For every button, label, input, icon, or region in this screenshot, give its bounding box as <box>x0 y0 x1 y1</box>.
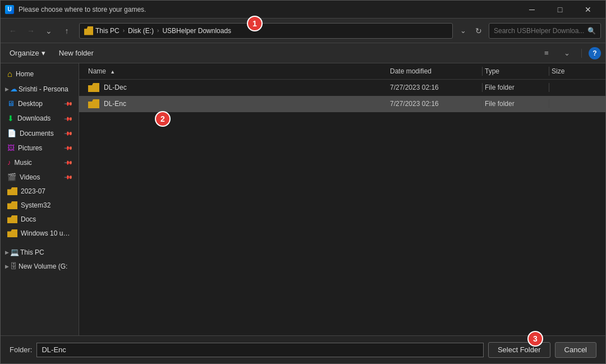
videos-icon: 🎬 <box>7 173 16 181</box>
sidebar-section-this-pc[interactable]: ▶ 💻 This PC <box>1 245 79 259</box>
sidebar-videos-label: Videos <box>20 173 40 181</box>
folder-icon-2023-07 <box>7 187 17 195</box>
address-part-disk: Disk (E:) <box>128 27 154 35</box>
this-pc-icon: 💻 <box>10 248 19 256</box>
refresh-button[interactable]: ↻ <box>471 23 486 39</box>
folder-label: Folder: <box>10 345 32 354</box>
view-icon: ≡ <box>544 49 549 57</box>
home-icon: ⌂ <box>7 69 12 79</box>
dropdown-button[interactable]: ⌄ <box>41 23 57 39</box>
column-type[interactable]: Type <box>485 67 547 75</box>
file-type-dl-dec: File folder <box>485 84 547 91</box>
sidebar-item-pictures[interactable]: 🖼 Pictures 📌 <box>3 141 76 155</box>
col-divider-2 <box>549 67 549 76</box>
sidebar-pictures-label: Pictures <box>18 144 42 152</box>
pin-icon-documents: 📌 <box>64 128 73 137</box>
app-icon: U <box>5 5 14 14</box>
drive-icon: 🗄 <box>10 262 17 270</box>
address-dropdown-button[interactable]: ⌄ <box>457 23 469 39</box>
sidebar-windows10-label: Windows 10 us… <box>21 229 72 237</box>
sidebar-item-music[interactable]: ♪ Music 📌 <box>3 155 76 169</box>
up-button[interactable]: ↑ <box>59 23 75 39</box>
new-folder-button[interactable]: New folder <box>54 47 98 59</box>
pin-icon-videos: 📌 <box>64 172 73 181</box>
expand-arrow-srishti: ▶ <box>5 86 9 92</box>
select-folder-button[interactable]: Select Folder <box>488 342 550 358</box>
sidebar-downloads-label: Downloads <box>17 114 50 122</box>
expand-arrow-new-volume: ▶ <box>5 264 9 269</box>
sidebar-desktop-label: Desktop <box>18 100 43 108</box>
downloads-icon: ⬇ <box>7 114 14 123</box>
dialog-title: Please choose where to store your games. <box>19 6 519 13</box>
new-folder-label: New folder <box>59 49 94 57</box>
main-content: ⌂ Home ▶ ☁ Srishti - Persona 🖥 Desktop 📌 <box>1 63 605 335</box>
file-date-dl-enc: 7/27/2023 02:16 <box>390 100 480 108</box>
file-list-header: Name ▲ Date modified Type Size <box>79 63 605 80</box>
bottom-bar: Folder: Select Folder Cancel <box>1 335 605 363</box>
sidebar-item-home[interactable]: ⌂ Home <box>3 66 76 81</box>
file-row-dl-dec[interactable]: DL-Dec 7/27/2023 02:16 File folder <box>79 80 605 96</box>
title-bar: U Please choose where to store your game… <box>1 1 605 19</box>
sidebar-srishti-label: Srishti - Persona <box>19 85 68 93</box>
folder-icon-dl-dec <box>88 83 99 92</box>
expand-arrow-this-pc: ▶ <box>5 250 9 255</box>
bottom-buttons: Select Folder Cancel <box>488 342 596 358</box>
cancel-button[interactable]: Cancel <box>555 342 596 358</box>
sidebar-this-pc-label: This PC <box>20 248 44 256</box>
help-button[interactable]: ? <box>589 47 601 59</box>
sidebar-item-windows10[interactable]: Windows 10 us… <box>3 227 76 240</box>
back-button[interactable]: ← <box>5 23 21 39</box>
sidebar-item-desktop[interactable]: 🖥 Desktop 📌 <box>3 96 76 110</box>
column-size[interactable]: Size <box>552 67 596 75</box>
sidebar-section-srishti[interactable]: ▶ ☁ Srishti - Persona <box>1 82 79 96</box>
sidebar-item-documents[interactable]: 📄 Documents 📌 <box>3 126 76 140</box>
sidebar-item-downloads[interactable]: ⬇ Downloads 📌 <box>3 111 76 126</box>
file-row-dl-enc[interactable]: DL-Enc 7/27/2023 02:16 File folder <box>79 96 605 112</box>
file-type-dl-enc: File folder <box>485 100 547 108</box>
sidebar-item-system32[interactable]: System32 <box>3 199 76 212</box>
column-name[interactable]: Name ▲ <box>88 67 390 75</box>
pin-icon-music: 📌 <box>64 158 73 167</box>
folder-icon-system32 <box>7 201 17 209</box>
documents-icon: 📄 <box>7 129 16 137</box>
sidebar-system32-label: System32 <box>21 201 50 209</box>
forward-button[interactable]: → <box>23 23 39 39</box>
minimize-button[interactable]: ─ <box>519 1 545 19</box>
search-input[interactable] <box>494 27 585 35</box>
folder-icon-windows10 <box>7 229 17 237</box>
file-name-cell-dl-dec: DL-Dec <box>88 83 390 92</box>
view-dropdown-button[interactable]: ⌄ <box>559 45 575 61</box>
close-button[interactable]: ✕ <box>575 1 601 19</box>
sidebar: ⌂ Home ▶ ☁ Srishti - Persona 🖥 Desktop 📌 <box>1 63 79 335</box>
cloud-icon: ☁ <box>10 85 17 93</box>
view-button[interactable]: ≡ <box>539 45 554 61</box>
window-controls: ─ □ ✕ <box>519 1 601 19</box>
address-bar[interactable]: This PC › Disk (E:) › USBHelper Download… <box>79 23 453 39</box>
column-date[interactable]: Date modified <box>390 67 480 75</box>
nav-bar: ← → ⌄ ↑ This PC › Disk (E:) › USBHelper … <box>1 19 605 43</box>
address-part-this-pc: This PC <box>95 27 120 35</box>
organize-button[interactable]: Organize ▾ <box>5 47 50 59</box>
view-dropdown-arrow: ⌄ <box>564 49 570 57</box>
pictures-icon: 🖼 <box>7 144 15 152</box>
sidebar-item-docs[interactable]: Docs <box>3 213 76 226</box>
sidebar-item-videos[interactable]: 🎬 Videos 📌 <box>3 170 76 184</box>
desktop-icon: 🖥 <box>7 99 15 108</box>
file-name-cell-dl-enc: DL-Enc <box>88 99 390 108</box>
search-bar[interactable]: 🔍 <box>489 23 601 39</box>
address-folder-icon <box>84 26 93 35</box>
sidebar-home-label: Home <box>16 70 34 78</box>
file-name-dl-dec: DL-Dec <box>104 84 127 91</box>
sort-arrow-name: ▲ <box>110 69 115 75</box>
sidebar-2023-07-label: 2023-07 <box>21 187 45 195</box>
toolbar-divider <box>581 49 582 58</box>
sidebar-item-2023-07[interactable]: 2023-07 <box>3 185 76 198</box>
file-name-dl-enc: DL-Enc <box>104 100 126 108</box>
music-icon: ♪ <box>7 158 11 167</box>
pin-icon-pictures: 📌 <box>64 143 73 152</box>
maximize-button[interactable]: □ <box>547 1 573 19</box>
folder-icon-docs <box>7 215 17 223</box>
toolbar: Organize ▾ New folder ≡ ⌄ ? <box>1 43 605 63</box>
folder-input[interactable] <box>36 343 483 357</box>
sidebar-section-new-volume[interactable]: ▶ 🗄 New Volume (G: <box>1 259 79 273</box>
